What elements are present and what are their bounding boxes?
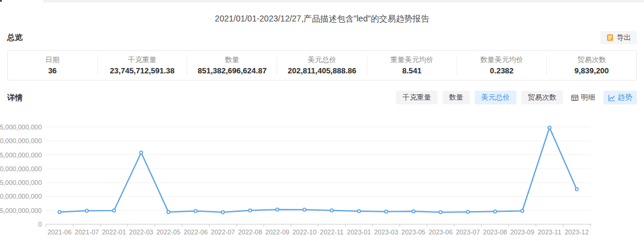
stat-quantity: 数量 851,382,696,624.87 <box>187 55 277 75</box>
svg-text:2023-03: 2023-03 <box>374 228 398 236</box>
details-label: 详情 <box>7 92 23 103</box>
svg-text:2023-11: 2023-11 <box>538 228 562 236</box>
svg-text:2023-07: 2023-07 <box>456 228 479 236</box>
stat-label: 日期 <box>8 55 97 64</box>
svg-text:2023-01: 2023-01 <box>347 228 371 236</box>
view-button-trend[interactable]: 趋势 <box>603 91 637 104</box>
stat-value: 0.2382 <box>457 66 547 75</box>
metric-button-trade-count[interactable]: 贸易次数 <box>521 91 563 104</box>
stat-weight-usd-avg: 重量美元均价 8.541 <box>367 55 457 75</box>
metric-button-usd-total[interactable]: 美元总价 <box>475 91 516 104</box>
stat-label: 数量美元均价 <box>457 55 547 64</box>
svg-text:2023-08: 2023-08 <box>483 228 507 236</box>
svg-text:5,000,000,000: 5,000,000,000 <box>0 207 42 214</box>
trend-chart-icon <box>608 94 615 101</box>
svg-text:2023-09: 2023-09 <box>510 228 534 236</box>
stat-quantity-usd-avg: 数量美元均价 0.2382 <box>457 55 547 75</box>
svg-text:2022-05: 2022-05 <box>156 228 180 236</box>
view-button-label: 趋势 <box>618 94 632 101</box>
view-button-detail[interactable]: 明细 <box>566 91 600 104</box>
svg-text:35,000,000,000: 35,000,000,000 <box>0 123 42 131</box>
svg-text:2022-09: 2022-09 <box>265 228 289 236</box>
svg-text:2022-08: 2022-08 <box>238 228 262 236</box>
svg-text:2022-03: 2022-03 <box>129 228 153 236</box>
trend-chart-canvas[interactable]: 05,000,000,00010,000,000,00015,000,000,0… <box>0 112 644 238</box>
overview-label: 总览 <box>7 32 23 43</box>
svg-text:2021-07: 2021-07 <box>75 228 98 236</box>
svg-text:2023-06: 2023-06 <box>429 228 453 236</box>
page-title: 2021/01/01-2023/12/27,产品描述包含"led"的交易趋势报告 <box>0 0 644 23</box>
stat-label: 重量美元均价 <box>367 55 457 64</box>
stat-usd-total: 美元总价 202,811,405,888.86 <box>277 55 367 75</box>
stat-value: 36 <box>8 66 97 75</box>
export-button-label: 导出 <box>617 33 631 43</box>
stat-label: 千克重量 <box>98 55 187 64</box>
svg-text:2022-11: 2022-11 <box>320 228 344 236</box>
browser-edge-artifact <box>44 0 644 2</box>
svg-text:2023-05: 2023-05 <box>401 228 425 236</box>
corner-artifact <box>0 0 2 2</box>
svg-text:20,000,000,000: 20,000,000,000 <box>0 165 42 172</box>
svg-text:2022-06: 2022-06 <box>184 228 208 236</box>
export-button[interactable]: 导出 <box>600 31 637 44</box>
svg-text:30,000,000,000: 30,000,000,000 <box>0 137 42 144</box>
overview-header: 总览 导出 <box>7 31 637 44</box>
svg-text:2023-12: 2023-12 <box>565 228 589 236</box>
stat-value: 23,745,712,591.38 <box>98 66 187 75</box>
svg-text:15,000,000,000: 15,000,000,000 <box>0 179 42 186</box>
stat-trade-count: 贸易次数 9,839,200 <box>546 55 636 75</box>
stat-kg-weight: 千克重量 23,745,712,591.38 <box>97 55 187 75</box>
svg-text:2022-01: 2022-01 <box>102 228 126 236</box>
stat-value: 851,382,696,624.87 <box>187 66 277 75</box>
details-toolbar: 千克重量 数量 美元总价 贸易次数 明细 趋势 <box>391 91 637 104</box>
stat-value: 8.541 <box>367 66 457 75</box>
svg-text:2022-07: 2022-07 <box>211 228 235 236</box>
svg-text:10,000,000,000: 10,000,000,000 <box>0 193 42 200</box>
stat-value: 202,811,405,888.86 <box>277 66 367 75</box>
stat-label: 贸易次数 <box>547 55 636 64</box>
view-button-label: 明细 <box>581 94 595 101</box>
stat-date: 日期 36 <box>8 55 97 75</box>
excel-file-icon <box>606 34 614 41</box>
svg-text:25,000,000,000: 25,000,000,000 <box>0 152 42 159</box>
table-icon <box>571 94 578 101</box>
svg-text:0: 0 <box>38 221 42 228</box>
metric-button-kg-weight[interactable]: 千克重量 <box>396 91 438 104</box>
stat-value: 9,839,200 <box>547 66 636 75</box>
metric-button-quantity[interactable]: 数量 <box>442 91 470 104</box>
details-header: 详情 千克重量 数量 美元总价 贸易次数 明细 <box>7 91 637 104</box>
svg-text:2022-10: 2022-10 <box>292 228 316 236</box>
stat-label: 美元总价 <box>277 55 367 64</box>
svg-text:2021-06: 2021-06 <box>48 228 72 236</box>
trend-chart[interactable]: 05,000,000,00010,000,000,00015,000,000,0… <box>0 112 644 238</box>
stat-label: 数量 <box>187 55 277 64</box>
overview-stats-bar: 日期 36 千克重量 23,745,712,591.38 数量 851,382,… <box>7 50 637 81</box>
